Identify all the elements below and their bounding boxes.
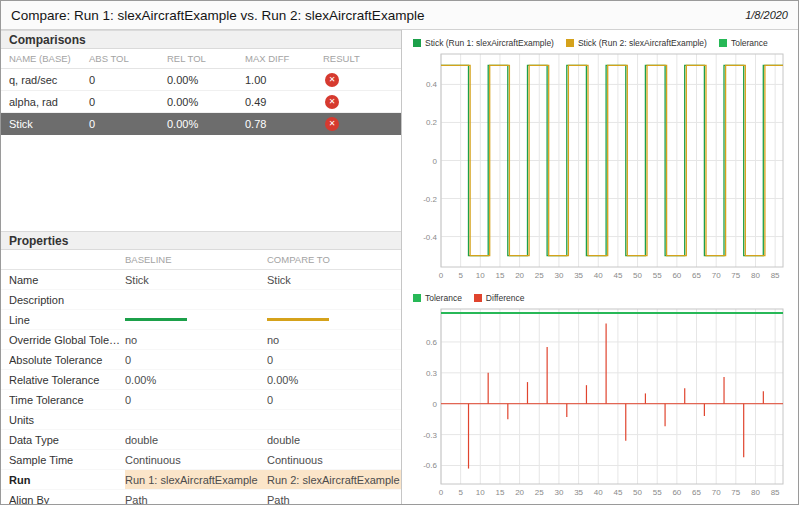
baseline-description-value[interactable] [125,290,267,309]
baseline-name-value[interactable]: Stick [125,270,267,289]
difference-plot[interactable]: 0510152025303540455055606570758085-0.6-0… [411,305,791,499]
signal-name: Stick [9,118,89,130]
baseline-align-by-value[interactable]: Path [125,490,267,504]
svg-text:20: 20 [515,271,524,280]
svg-text:5: 5 [458,488,463,497]
baseline-line-style[interactable] [125,310,267,329]
svg-text:20: 20 [515,488,524,497]
compare-units-value[interactable] [267,410,401,429]
property-label: Line [9,314,125,326]
svg-text:0: 0 [439,488,444,497]
properties-title: Properties [9,234,68,248]
compare-window: Compare: Run 1: slexAircraftExample vs. … [0,0,799,505]
comparisons-title: Comparisons [9,33,86,47]
svg-text:60: 60 [672,271,681,280]
legend-label: Stick (Run 1: slexAircraftExample) [425,38,554,48]
fail-icon: ✕ [325,95,339,109]
svg-text:50: 50 [633,488,642,497]
property-row-time-tolerance: Time Tolerance 0 0 [1,390,401,410]
property-label: Units [9,414,125,426]
svg-text:-0.4: -0.4 [423,233,437,242]
comparisons-table-header: NAME (BASE) ABS TOL REL TOL MAX DIFF RES… [1,49,401,69]
compare-rel-tol-value[interactable]: 0.00% [267,370,401,389]
difference-chart-legend: ToleranceDifference [411,290,791,305]
svg-text:0.4: 0.4 [426,80,438,89]
rel-tol-value: 0.00% [167,74,245,86]
baseline-abs-tol-value[interactable]: 0 [125,350,267,369]
svg-text:30: 30 [554,271,563,280]
compare-override-value[interactable]: no [267,330,401,349]
baseline-run-value: Run 1: slexAircraftExample [125,470,267,489]
signals-plot[interactable]: 0510152025303540455055606570758085-0.4-0… [411,50,791,282]
svg-text:55: 55 [653,271,662,280]
svg-text:0: 0 [433,157,438,166]
svg-text:70: 70 [712,271,721,280]
signals-chart: Stick (Run 1: slexAircraftExample)Stick … [411,35,791,282]
col-name-base: NAME (BASE) [9,53,89,64]
property-label: Align By [9,494,125,505]
svg-text:80: 80 [751,488,760,497]
compare-align-by-value[interactable]: Path [267,490,401,504]
svg-text:75: 75 [731,271,740,280]
comparison-row-q[interactable]: q, rad/sec 0 0.00% 1.00 ✕ [1,69,401,91]
property-label: Override Global Tolera... [9,334,125,346]
property-row-sample-time: Sample Time Continuous Continuous [1,450,401,470]
property-row-run: Run Run 1: slexAircraftExample Run 2: sl… [1,470,401,490]
comparisons-section-header: Comparisons [1,30,401,49]
fail-icon: ✕ [325,73,339,87]
charts-panel: Stick (Run 1: slexAircraftExample)Stick … [402,30,798,504]
baseline-units-value[interactable] [125,410,267,429]
property-row-relative-tolerance: Relative Tolerance 0.00% 0.00% [1,370,401,390]
svg-text:0: 0 [439,271,444,280]
compare-description-value[interactable] [267,290,401,309]
svg-text:0.2: 0.2 [426,118,438,127]
svg-text:45: 45 [613,488,622,497]
svg-text:65: 65 [692,271,701,280]
property-label: Absolute Tolerance [9,354,125,366]
abs-tol-value: 0 [89,118,167,130]
compare-time-tol-value[interactable]: 0 [267,390,401,409]
comparison-row-alpha[interactable]: alpha, rad 0 0.00% 0.49 ✕ [1,91,401,113]
left-panel: Comparisons NAME (BASE) ABS TOL REL TOL … [1,30,402,504]
legend-label: Tolerance [425,293,462,303]
svg-text:-0.3: -0.3 [423,431,437,440]
rel-tol-value: 0.00% [167,96,245,108]
svg-text:85: 85 [771,488,780,497]
max-diff-value: 0.49 [245,96,323,108]
property-row-units: Units [1,410,401,430]
compare-run-value: Run 2: slexAircraftExample [267,470,401,489]
comparison-row-stick[interactable]: Stick 0 0.00% 0.78 ✕ [1,113,401,135]
legend-label: Tolerance [731,38,768,48]
legend-swatch-icon [719,39,727,47]
line-swatch-baseline[interactable] [125,318,187,321]
legend-item: Tolerance [719,38,768,48]
header-bar: Compare: Run 1: slexAircraftExample vs. … [1,1,798,30]
svg-text:0: 0 [433,400,438,409]
svg-text:10: 10 [476,271,485,280]
properties-section-header: Properties [1,231,401,250]
property-label: Relative Tolerance [9,374,125,386]
svg-text:5: 5 [458,271,463,280]
header-date: 1/8/2020 [745,9,788,21]
svg-text:35: 35 [574,271,583,280]
property-row-absolute-tolerance: Absolute Tolerance 0 0 [1,350,401,370]
compare-line-style[interactable] [267,310,401,329]
legend-item: Tolerance [413,293,462,303]
col-max-diff: MAX DIFF [245,53,323,64]
svg-text:60: 60 [672,488,681,497]
compare-abs-tol-value[interactable]: 0 [267,350,401,369]
signals-chart-legend: Stick (Run 1: slexAircraftExample)Stick … [411,35,791,50]
baseline-data-type-value: double [125,430,267,449]
line-swatch-compare[interactable] [267,318,329,321]
svg-text:65: 65 [692,488,701,497]
comparisons-table: NAME (BASE) ABS TOL REL TOL MAX DIFF RES… [1,49,401,231]
legend-item: Difference [474,293,525,303]
baseline-rel-tol-value[interactable]: 0.00% [125,370,267,389]
baseline-time-tol-value[interactable]: 0 [125,390,267,409]
legend-label: Stick (Run 2: slexAircraftExample) [578,38,707,48]
legend-item: Stick (Run 1: slexAircraftExample) [413,38,554,48]
legend-swatch-icon [474,294,482,302]
baseline-override-value[interactable]: no [125,330,267,349]
compare-data-type-value: double [267,430,401,449]
compare-name-value[interactable]: Stick [267,270,401,289]
